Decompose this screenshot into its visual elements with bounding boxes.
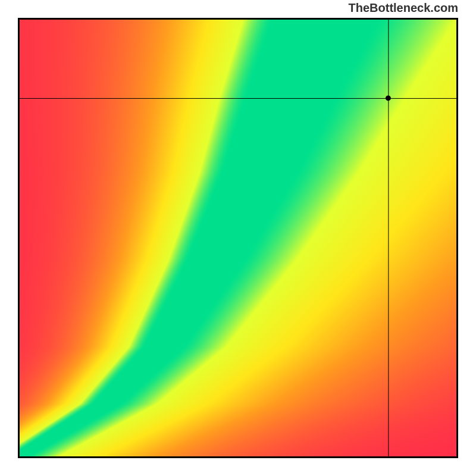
heatmap-canvas	[18, 18, 458, 458]
plot-frame	[18, 18, 458, 458]
watermark-text: TheBottleneck.com	[349, 1, 458, 15]
chart-container: TheBottleneck.com	[0, 0, 476, 476]
